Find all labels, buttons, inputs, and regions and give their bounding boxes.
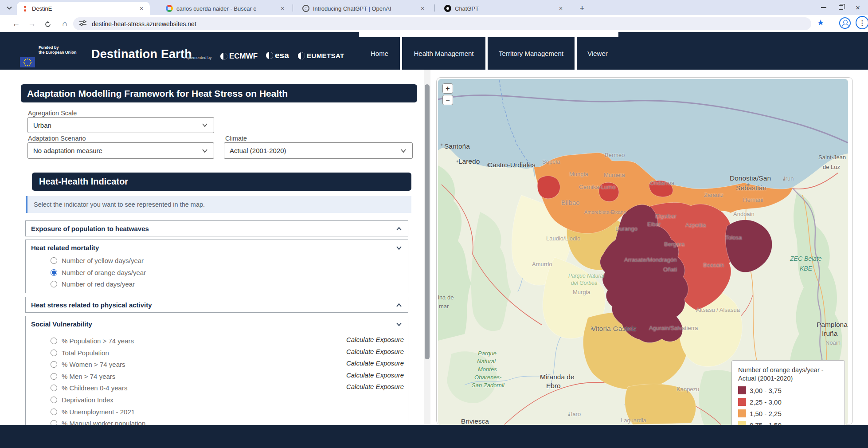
- map-label: Mungia: [569, 171, 588, 177]
- chevron-up-icon[interactable]: [395, 303, 403, 307]
- map-label: Natural: [477, 358, 496, 365]
- map-label: mar: [439, 303, 449, 310]
- esa-logo: esa: [266, 51, 289, 60]
- radio-red-days[interactable]: Number of red days/year: [51, 279, 135, 289]
- forward-icon[interactable]: →: [26, 18, 38, 30]
- tab-close-icon[interactable]: ×: [557, 4, 565, 12]
- url-bar[interactable]: destine-heat-stress.azurewebsites.net: [73, 17, 811, 30]
- climate-select[interactable]: Actual (2001-2020): [224, 142, 413, 159]
- restore-icon[interactable]: [839, 5, 843, 10]
- map-zoom-out-button[interactable]: −: [442, 95, 453, 105]
- site-info-icon[interactable]: [79, 20, 86, 28]
- tab-google-search[interactable]: carlos cuerda naider - Buscar c ×: [161, 2, 291, 15]
- radio-total-population[interactable]: Total Population: [51, 348, 109, 358]
- radio-children-0-4[interactable]: % Childreen 0-4 years: [51, 383, 127, 393]
- destination-earth-brand: Destination Earth: [91, 47, 192, 61]
- map-label: Laredo: [458, 157, 480, 165]
- browser-menu-icon[interactable]: ⋮: [856, 16, 868, 29]
- radio-deprivation-index[interactable]: Deprivation Index: [51, 395, 113, 405]
- home-icon[interactable]: ⌂: [59, 18, 71, 30]
- calculate-exposure-link[interactable]: Calculate Exposure: [346, 348, 404, 355]
- map-label: Bergara: [664, 241, 684, 248]
- chevron-down-icon: [201, 149, 208, 153]
- map-label: de Luz: [823, 164, 840, 170]
- radio-population-74[interactable]: % Population > 74 years: [51, 336, 134, 346]
- back-icon[interactable]: ←: [10, 18, 22, 30]
- aggregation-scale-label: Agregation Scale: [28, 110, 77, 117]
- map-label: Iruña: [822, 330, 837, 338]
- map-label: Azpeitia: [685, 222, 706, 228]
- google-favicon: [166, 5, 173, 12]
- map-label: Bermeo: [605, 152, 625, 158]
- ecmwf-icon: [220, 53, 227, 60]
- eumetsat-icon: [298, 52, 305, 59]
- bookmark-star-icon[interactable]: ★: [817, 18, 824, 28]
- radio-yellow-days[interactable]: Number of yellow days/year: [51, 255, 144, 265]
- map-label: Bilbao: [561, 199, 580, 206]
- radio-unemployment[interactable]: % Unemployment - 2021: [51, 407, 135, 417]
- nav-health-management[interactable]: Health Management: [402, 37, 485, 70]
- new-tab-button[interactable]: +: [576, 3, 588, 14]
- tab-close-icon[interactable]: ×: [418, 4, 426, 12]
- map-label: Sopela: [542, 158, 560, 165]
- calculate-exposure-link[interactable]: Calculate Exposure: [346, 371, 404, 379]
- map-label: Kanpezu: [676, 386, 699, 393]
- map-label: Ebro: [546, 382, 561, 390]
- chevron-down-icon[interactable]: [395, 246, 403, 250]
- radio-orange-days[interactable]: Number of orange days/year: [51, 267, 146, 277]
- calculate-exposure-link[interactable]: Calculate Exposure: [346, 336, 404, 343]
- tab-destine[interactable]: DestinE ×: [17, 2, 150, 15]
- map-label: Eibar: [647, 221, 661, 228]
- tab-title: DestinE: [32, 5, 134, 12]
- map-label: KBE: [800, 265, 812, 272]
- profile-avatar[interactable]: [839, 17, 851, 29]
- map-label: Agurain/Salvatierra: [649, 325, 698, 331]
- eu-flag-logo: [20, 57, 35, 67]
- heat-health-indicator-title: Heat-Health Indicator: [32, 173, 411, 191]
- tab-chatgpt[interactable]: ChatGPT ×: [440, 2, 569, 15]
- nav-home[interactable]: Home: [359, 37, 400, 70]
- tab-search-chevron-icon[interactable]: [4, 3, 15, 13]
- map-label: Andoain: [733, 211, 755, 217]
- map-label: Elgoibar: [655, 213, 676, 220]
- reload-icon[interactable]: [42, 18, 54, 30]
- map-label: Laguardia: [621, 417, 646, 424]
- legend-swatch: [738, 386, 746, 394]
- map-label: Amorebieta-Etxano: [584, 209, 626, 215]
- aggregation-scale-select[interactable]: Urban: [27, 117, 214, 133]
- nav-viewer[interactable]: Viewer: [577, 37, 618, 70]
- nav-territory-management[interactable]: Territory Management: [488, 37, 575, 70]
- map-label: Parque: [478, 350, 497, 357]
- chevron-down-icon[interactable]: [395, 322, 403, 326]
- map-viewport[interactable]: Santoña Laredo Castro-Urdiales Sopela Mu…: [438, 79, 848, 425]
- openai-favicon: [302, 5, 309, 12]
- map-label: Murgia: [573, 289, 590, 295]
- radio-women-74[interactable]: % Women > 74 years: [51, 359, 125, 369]
- calculate-exposure-link[interactable]: Calculate Exposure: [346, 383, 404, 390]
- radio-men-74[interactable]: % Men > 74 years: [51, 371, 115, 381]
- url-text[interactable]: destine-heat-stress.azurewebsites.net: [92, 20, 196, 28]
- legend-swatch: [738, 409, 746, 417]
- adaptation-scenario-select[interactable]: No adaptation measure: [27, 142, 214, 159]
- map-label: Gernika-Lumo: [579, 184, 615, 190]
- panel-scrollbar-thumb[interactable]: [425, 84, 430, 359]
- accordion-physical-activity[interactable]: Heat stress related to physical activity: [25, 297, 408, 313]
- map-label: Noáin: [825, 339, 841, 346]
- legend-title: Number of orange days/year - Actual (200…: [738, 366, 838, 383]
- chevron-up-icon[interactable]: [395, 227, 403, 231]
- legend-swatch: [738, 421, 746, 425]
- map-zoom-in-button[interactable]: +: [442, 83, 453, 94]
- map-label: Briviesca: [461, 417, 489, 425]
- minimize-icon[interactable]: [821, 7, 826, 8]
- tab-close-icon[interactable]: ×: [278, 4, 286, 12]
- tab-openai[interactable]: Introducing ChatGPT | OpenAI ×: [298, 2, 431, 15]
- map-label: Ondarroa: [650, 180, 674, 186]
- close-icon[interactable]: ×: [856, 4, 860, 12]
- radio-icon: [51, 409, 57, 415]
- tab-title: ChatGPT: [455, 5, 553, 12]
- calculate-exposure-link[interactable]: Calculate Exposure: [346, 359, 404, 367]
- eumetsat-logo: EUMETSAT: [298, 52, 344, 59]
- tab-close-icon[interactable]: ×: [137, 4, 145, 12]
- accordion-exposure[interactable]: Exposure of population to heatwaves: [25, 220, 408, 236]
- legend-swatch: [738, 398, 746, 406]
